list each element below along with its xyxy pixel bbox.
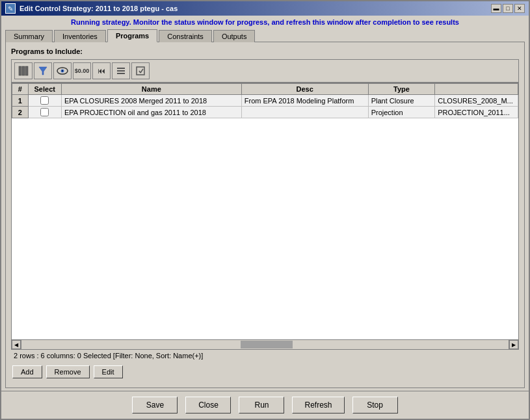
tab-summary[interactable]: Summary [5, 30, 53, 42]
svg-marker-3 [39, 67, 47, 75]
section-label: Programs to Include: [11, 47, 519, 55]
svg-rect-1 [22, 66, 25, 75]
scroll-left-btn[interactable]: ◀ [12, 340, 21, 349]
svg-rect-0 [19, 66, 21, 75]
add-button[interactable]: Add [12, 365, 42, 378]
maximize-btn[interactable]: □ [503, 4, 513, 13]
status-message: Running strategy. Monitor the status win… [1, 16, 529, 29]
row-1-name: EPA CLOSURES 2008 Merged 2011 to 2018 [61, 95, 241, 107]
table-row: 1 EPA CLOSURES 2008 Merged 2011 to 2018 … [12, 95, 518, 107]
tabs-bar: Summary Inventories Programs Constraints… [1, 29, 529, 42]
tab-inventories[interactable]: Inventories [54, 30, 106, 42]
svg-rect-9 [117, 73, 125, 74]
row-2-num: 2 [12, 107, 29, 118]
tab-constraints[interactable]: Constraints [159, 30, 212, 42]
title-bar-left: ✎ Edit Control Strategy: 2011 to 2018 pt… [5, 3, 178, 14]
select-button[interactable] [131, 62, 150, 79]
svg-rect-7 [117, 68, 125, 69]
filter-button[interactable] [34, 62, 52, 79]
list-button[interactable] [112, 62, 130, 79]
row-2-name: EPA PROJECTION oil and gas 2011 to 2018 [61, 107, 241, 118]
svg-rect-2 [25, 66, 28, 75]
action-buttons: Add Remove Edit [11, 361, 519, 382]
row-2-select [28, 107, 61, 118]
svg-rect-10 [137, 67, 144, 75]
close-btn[interactable]: ✕ [514, 4, 525, 13]
view-button[interactable] [53, 62, 72, 79]
bottom-bar: Save Close Run Refresh Stop [1, 391, 529, 419]
edit-button[interactable]: Edit [94, 365, 123, 378]
col-num-header: # [12, 84, 29, 95]
toolbar: $0.00 ⏮ [11, 59, 519, 83]
row-2-extra: PROJECTION_2011... [435, 107, 518, 118]
save-button[interactable]: Save [132, 397, 178, 413]
row-1-type: Plant Closure [368, 95, 435, 107]
scroll-right-btn[interactable]: ▶ [509, 340, 518, 349]
stop-button[interactable]: Stop [352, 397, 398, 413]
svg-rect-8 [117, 70, 125, 72]
cost-button[interactable]: $0.00 [73, 62, 91, 79]
row-2-desc [241, 107, 368, 118]
title-bar: ✎ Edit Control Strategy: 2011 to 2018 pt… [1, 1, 529, 16]
tab-programs[interactable]: Programs [107, 29, 157, 42]
col-desc-header: Desc [241, 84, 368, 95]
window-title: Edit Control Strategy: 2011 to 2018 pteg… [20, 5, 178, 12]
refresh-button[interactable]: Refresh [292, 397, 344, 413]
close-button[interactable]: Close [185, 397, 231, 413]
main-content: Programs to Include: [5, 42, 525, 388]
col-name-header: Name [61, 84, 241, 95]
app-icon: ✎ [5, 3, 16, 14]
programs-table: # Select Name Desc Type 1 [11, 83, 519, 340]
row-1-extra: CLOSURES_2008_M... [435, 95, 518, 107]
row-1-num: 1 [12, 95, 29, 107]
row-1-desc: From EPA 2018 Modeling Platform [241, 95, 368, 107]
remove-button[interactable]: Remove [46, 365, 90, 378]
col-type-header: Type [368, 84, 435, 95]
col-select-header: Select [28, 84, 61, 95]
title-buttons: ▬ □ ✕ [491, 4, 525, 13]
table-row: 2 EPA PROJECTION oil and gas 2011 to 201… [12, 107, 518, 118]
row-2-checkbox[interactable] [40, 108, 49, 116]
row-1-checkbox[interactable] [40, 96, 49, 105]
scroll-thumb[interactable] [241, 341, 293, 348]
row-1-select [28, 95, 61, 107]
rewind-button[interactable]: ⏮ [92, 62, 111, 79]
tab-outputs[interactable]: Outputs [213, 30, 256, 42]
main-window: ✎ Edit Control Strategy: 2011 to 2018 pt… [0, 0, 530, 420]
svg-point-6 [62, 70, 63, 72]
svg-line-12 [140, 69, 143, 73]
run-button[interactable]: Run [239, 397, 284, 413]
minimize-btn[interactable]: ▬ [491, 4, 501, 13]
row-2-type: Projection [368, 107, 435, 118]
columns-button[interactable] [14, 62, 33, 79]
col-extra-header [435, 84, 518, 95]
status-info: 2 rows : 6 columns: 0 Selected [Filter: … [11, 349, 519, 361]
